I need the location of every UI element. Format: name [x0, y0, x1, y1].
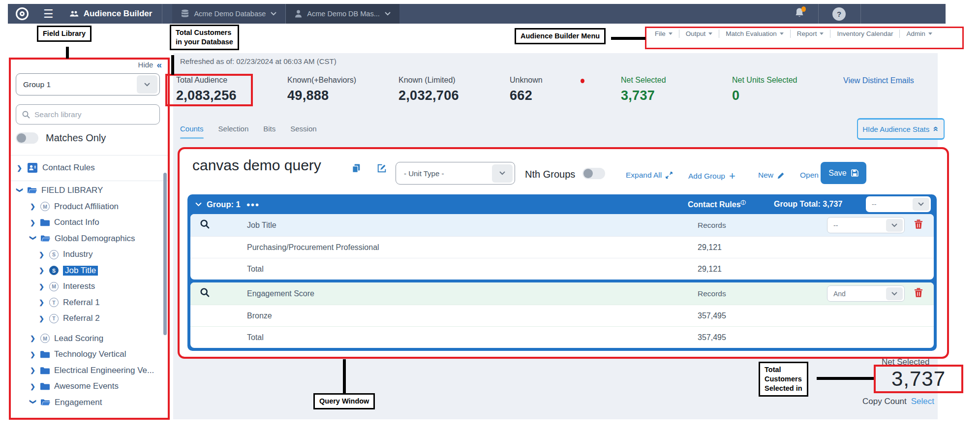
- tree-item-electrical-engineering[interactable]: ❯ Electrical Engineering Ve...: [11, 363, 168, 379]
- expand-all-label: Expand All: [626, 171, 662, 180]
- chevron-down-icon[interactable]: [195, 202, 202, 207]
- tree-item-referral-1[interactable]: ❯ T Referral 1: [11, 295, 168, 311]
- help-icon[interactable]: ?: [832, 7, 846, 21]
- expand-all-button[interactable]: Expand All: [626, 171, 673, 180]
- query-title: canvas demo query: [192, 157, 321, 174]
- stat-label: Net Units Selected: [732, 76, 843, 85]
- chevron-right-icon: ❯: [39, 283, 45, 290]
- unit-type-select[interactable]: - Unit Type -: [396, 162, 515, 185]
- select-link[interactable]: Select: [911, 397, 934, 406]
- edit-icon[interactable]: [377, 164, 386, 175]
- chevron-down-icon: [492, 164, 513, 183]
- tree-item-awesome-events[interactable]: ❯ Awesome Events: [11, 378, 168, 395]
- type-m-icon: M: [49, 282, 59, 291]
- set-operator-select[interactable]: And: [827, 285, 905, 302]
- double-chevron-up-icon: «: [931, 126, 942, 132]
- nth-groups-label: Nth Groups: [525, 169, 575, 180]
- annotation-text: in your Database: [176, 37, 233, 47]
- group-select[interactable]: Group 1: [16, 73, 160, 95]
- nth-groups-toggle[interactable]: [582, 168, 605, 179]
- matches-only-toggle[interactable]: [16, 132, 38, 144]
- menu-file[interactable]: File: [648, 30, 679, 37]
- annotation-total-customers-selected: Total Customers Selected in: [759, 362, 808, 397]
- tree-item-label-selected: Job Title: [63, 266, 98, 276]
- records-label: Records: [698, 221, 726, 230]
- save-floppy-icon: [851, 169, 858, 177]
- hamburger-menu-icon[interactable]: ☰: [43, 8, 54, 20]
- tree-item-field-library[interactable]: ❯ FIELD LIBRARY: [11, 183, 168, 199]
- database-selector[interactable]: Acme Demo Database: [172, 4, 285, 24]
- user-db-selector[interactable]: Acme Demo DB Mas...: [286, 4, 399, 24]
- tree-item-lead-scoring[interactable]: ❯ M Lead Scoring: [11, 331, 168, 347]
- copy-icon[interactable]: [352, 164, 361, 175]
- tree-item-engagement[interactable]: ❯ Engagement: [11, 395, 168, 411]
- group-operator-select[interactable]: --: [866, 196, 931, 212]
- menu-output[interactable]: Output: [679, 30, 719, 37]
- caret-down-icon: [820, 32, 824, 35]
- delete-set-button[interactable]: [915, 288, 922, 299]
- group-name: Group: 1: [207, 200, 241, 209]
- tree-item-interests[interactable]: ❯ M Interests: [11, 279, 168, 295]
- criteria-row[interactable]: Purchasing/Procurement Professional 29,1…: [190, 236, 934, 258]
- tree-item-technology-vertical[interactable]: ❯ Technology Vertical: [11, 346, 168, 363]
- tree-item-job-title[interactable]: ❯ S Job Title: [11, 263, 168, 279]
- annotation-query-window: Query Window: [313, 393, 375, 409]
- app-logo-icon[interactable]: [16, 7, 29, 20]
- annotation-line: [66, 47, 69, 59]
- audience-stats-row: Total Audience 2,083,256 Known(+Behavior…: [176, 76, 914, 103]
- tree-item-product-affiliation[interactable]: ❯ M Product Affiliation: [11, 199, 168, 215]
- search-icon[interactable]: [200, 219, 210, 229]
- view-distinct-emails-link[interactable]: View Distinct Emails: [843, 76, 914, 103]
- chevron-down-icon: [271, 12, 276, 16]
- criteria-set-header: Engagement Score Records And: [190, 282, 934, 305]
- search-icon[interactable]: [200, 288, 210, 297]
- tree-item-label: FIELD LIBRARY: [41, 186, 103, 195]
- expand-arrows-icon: [666, 172, 673, 179]
- tree-item-contact-rules[interactable]: ❯ Contact Rules: [11, 158, 168, 178]
- tab-selection[interactable]: Selection: [218, 125, 249, 139]
- tab-bits[interactable]: Bits: [263, 125, 276, 139]
- tab-counts[interactable]: Counts: [180, 125, 204, 139]
- tree-item-label: Referral 2: [63, 313, 100, 323]
- sidebar-scrollbar[interactable]: [163, 173, 167, 335]
- chevron-right-icon: ❯: [30, 203, 36, 210]
- search-input[interactable]: [34, 110, 143, 119]
- save-button[interactable]: Save: [821, 162, 866, 184]
- records-label: Records: [698, 289, 726, 298]
- tab-session[interactable]: Session: [290, 125, 316, 139]
- audience-people-icon: [69, 10, 79, 18]
- annotation-line: [343, 359, 346, 394]
- chevron-right-icon: ❯: [39, 267, 45, 274]
- database-selector-label: Acme Demo Database: [194, 10, 266, 18]
- stat-value: 3,737: [621, 88, 732, 103]
- criteria-row-label: Total: [247, 265, 264, 274]
- tree-item-label: Industry: [63, 249, 92, 259]
- tree-item-global-demographics[interactable]: ❯ Global Demographics: [11, 231, 168, 247]
- criteria-row[interactable]: Bronze 357,495: [190, 305, 934, 326]
- notifications-bell-icon[interactable]: [795, 7, 804, 20]
- add-group-button[interactable]: Add Group +: [688, 171, 735, 182]
- menu-inventory-calendar[interactable]: Inventory Calendar: [830, 30, 899, 37]
- delete-set-button[interactable]: [915, 219, 922, 231]
- tree-item-label: Referral 1: [63, 298, 100, 308]
- set-operator-select[interactable]: --: [827, 217, 905, 233]
- criteria-row-value: 29,121: [698, 265, 722, 274]
- criteria-row-value: 29,121: [698, 243, 722, 252]
- copy-count-label: Copy Count: [862, 397, 907, 406]
- group-more-icon[interactable]: ●●●: [246, 201, 260, 208]
- menu-admin[interactable]: Admin: [900, 30, 938, 37]
- group-contact-rules-link[interactable]: Contact Rulesⓘ: [688, 199, 746, 209]
- new-query-button[interactable]: New: [758, 171, 785, 180]
- plus-icon: +: [729, 171, 735, 182]
- sidebar-hide-button[interactable]: Hide«: [138, 60, 162, 69]
- chevron-right-icon: ❯: [39, 251, 45, 258]
- tree-item-industry[interactable]: ❯ S Industry: [11, 247, 168, 263]
- tree-item-referral-2[interactable]: ❯ T Referral 2: [11, 311, 168, 327]
- matches-only-row: Matches Only: [16, 132, 106, 144]
- menu-report[interactable]: Report: [791, 30, 830, 37]
- caret-down-icon: [780, 32, 784, 35]
- tree-item-contact-info[interactable]: ❯ Contact Info: [11, 215, 168, 231]
- menu-match-evaluation[interactable]: Match Evaluation: [719, 30, 790, 37]
- hide-audience-stats-button[interactable]: HIde Audience Stats «: [857, 118, 945, 140]
- stat-label: Unknown: [510, 76, 621, 85]
